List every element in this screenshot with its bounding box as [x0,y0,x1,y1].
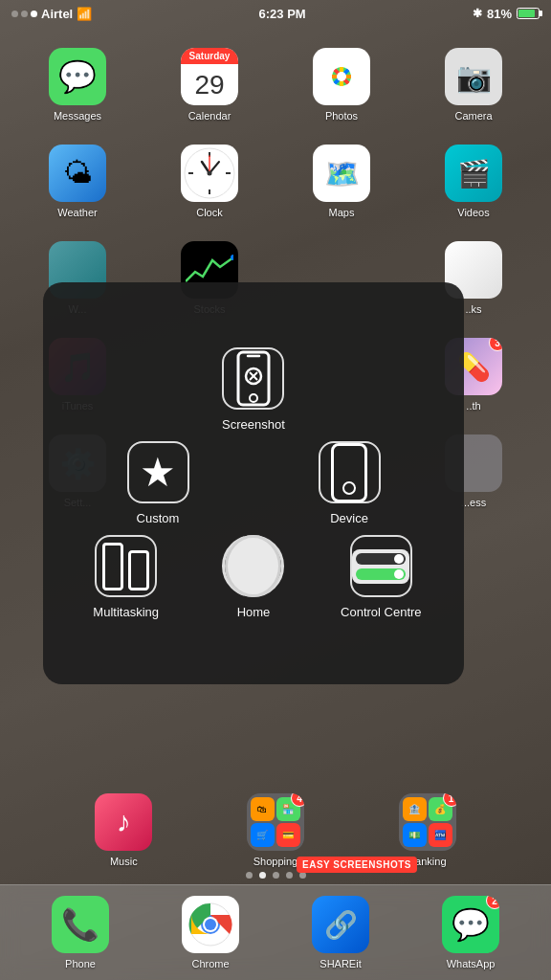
multitask-card-1 [102,543,123,590]
menu-item-custom[interactable]: ★ Custom [62,441,253,525]
menu-item-control-centre[interactable]: Control Centre [318,535,445,619]
svg-point-1 [337,72,346,81]
app-videos[interactable]: 🎬 Videos [408,137,540,226]
device-icon [319,441,381,503]
phone-icon: 📞 [52,896,109,953]
page-dots [0,872,551,879]
dock-chrome[interactable]: Chrome [178,888,243,977]
status-time: 6:23 PM [259,7,306,21]
music-label: Music [110,856,138,867]
svg-point-11 [208,171,212,176]
app-calendar[interactable]: Saturday 29 Calendar [143,40,276,129]
home-icon [222,535,284,597]
multitasking-label: Multitasking [93,605,159,619]
whatsapp-label: WhatsApp [447,958,496,969]
menu-item-device[interactable]: Device [253,441,445,525]
photos-label: Photos [325,110,358,122]
page-dot-1[interactable] [246,872,253,879]
multitasking-icon [95,535,157,597]
home-circle-graphic [225,535,281,597]
shopping-label: Shopping [253,856,298,867]
videos-label: Videos [457,207,489,218]
app-weather[interactable]: 🌤 Weather [11,137,143,226]
menu-item-screenshot[interactable]: Screenshot [222,347,285,432]
chrome-label: Chrome [191,958,229,969]
bottom-app-row: ♪ Music 🛍 🏪 🛒 💳 4 Shopping 🏦 [0,786,551,880]
page-dot-3[interactable] [273,872,279,879]
clock-label: Clock [196,207,223,218]
whatsapp-icon: 💬 2 [442,896,499,953]
calendar-day: 29 [181,64,238,105]
music-icon: ♪ [95,793,152,851]
phone-label: Phone [65,958,96,969]
device-phone-graphic [331,443,367,502]
easy-screenshots-banner: EASY SCREENSHOTS [297,857,417,873]
control-centre-label: Control Centre [341,605,422,619]
menu-middle-row: ★ Custom Device [62,441,445,525]
dock-shareit[interactable]: 🔗 SHAREit [308,888,373,977]
carrier-name: Airtel [41,7,73,21]
camera-icon: 📷 [445,48,502,105]
signal-dot-2 [21,11,28,17]
home-label: Home [237,605,271,619]
assistive-touch-menu: Screenshot ★ Custom Device Multit [43,282,464,684]
shareit-label: SHAREit [320,958,361,969]
app-music[interactable]: ♪ Music [91,786,156,875]
th-badge: 3 [489,338,502,351]
th-label: ..th [466,400,480,412]
maps-icon: 🗺️ [313,145,370,202]
battery-percent: 81% [487,7,512,21]
page-dot-2[interactable] [259,872,266,879]
messages-label: Messages [54,110,101,122]
videos-icon: 🎬 [445,145,502,202]
signal-dot-3 [31,11,37,17]
clock-icon [181,145,238,202]
shopping-icon: 🛍 🏪 🛒 💳 4 [247,793,304,851]
custom-label: Custom [137,511,180,525]
star-icon: ★ [140,449,176,496]
control-centre-icon [350,535,412,597]
calendar-label: Calendar [188,110,231,122]
dock: 📞 Phone Chrome 🔗 [0,884,551,980]
app-maps[interactable]: 🗺️ Maps [276,137,408,226]
bluetooth-icon: ✱ [473,7,482,20]
toggle-row-1 [356,553,406,565]
messages-icon: 💬 [49,48,106,105]
camera-label: Camera [454,110,492,122]
app-photos[interactable]: Photos [276,40,408,129]
weather-label: Weather [57,207,97,218]
svg-rect-17 [238,352,269,405]
status-right: ✱ 81% [473,7,540,21]
device-label: Device [330,511,368,525]
menu-item-home[interactable]: Home [189,535,317,619]
battery-indicator [517,8,540,19]
page-dot-4[interactable] [286,872,293,879]
weather-icon: 🌤 [49,145,106,202]
status-bar: Airtel 📶 6:23 PM ✱ 81% [0,0,551,27]
screenshot-label: Screenshot [222,417,285,432]
banking-icon: 🏦 💰 💵 🏧 1 [399,793,456,851]
wifi-icon: 📶 [77,7,92,21]
signal-dot-1 [11,11,18,17]
photos-icon [313,48,370,105]
multitask-card-2 [128,550,149,590]
signal-indicator [11,11,37,17]
calendar-month: Saturday [181,48,238,64]
page-dot-5[interactable] [299,872,306,879]
calendar-icon: Saturday 29 [181,48,238,105]
toggle-row-2 [356,568,406,580]
app-messages[interactable]: 💬 Messages [11,40,143,129]
toggle-graphic [352,549,409,584]
menu-bottom-row: Multitasking Home Control Centre [62,535,445,619]
status-left: Airtel 📶 [11,7,92,21]
access-label: ...ess [461,497,486,508]
multitask-graphic [102,543,149,590]
custom-icon: ★ [127,441,189,503]
menu-item-multitasking[interactable]: Multitasking [62,535,189,619]
battery-fill [518,10,535,17]
dock-phone[interactable]: 📞 Phone [48,888,113,977]
app-clock[interactable]: Clock [143,137,276,226]
maps-label: Maps [329,207,355,218]
app-camera[interactable]: 📷 Camera [408,40,540,129]
dock-whatsapp[interactable]: 💬 2 WhatsApp [438,888,503,977]
